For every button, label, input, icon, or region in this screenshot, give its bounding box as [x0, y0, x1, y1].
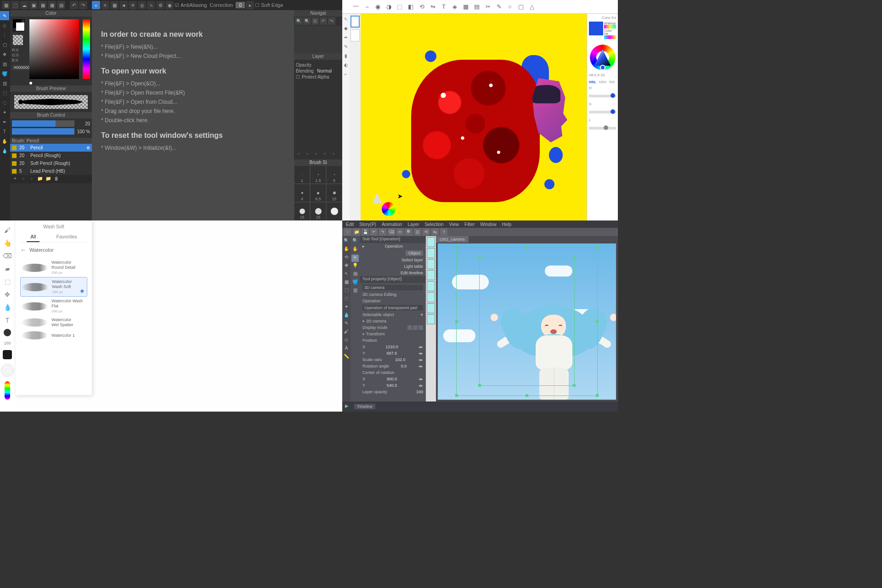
hue-slider[interactable] — [83, 19, 90, 79]
eraser-tool-icon[interactable]: ◇ — [0, 21, 9, 30]
rotate-icon[interactable]: ⟲ — [418, 3, 426, 11]
pos-x-input[interactable]: 1210.0 — [385, 345, 398, 349]
menu-help[interactable]: Help — [502, 222, 512, 227]
sub-zoom-icon[interactable]: 🔍 — [351, 238, 359, 245]
guides-icon[interactable]: ▤ — [473, 3, 481, 11]
panel-icon[interactable]: ▤ — [57, 1, 65, 9]
brush-item[interactable]: Watercolor Round Detail200 px — [20, 258, 87, 277]
eraser-tool-icon[interactable]: ◇ — [343, 337, 350, 344]
zoom-fit-icon[interactable]: ⊡ — [311, 17, 319, 25]
transparency-icon[interactable]: ◐ — [343, 62, 349, 69]
camera-frame-inner[interactable] — [479, 257, 575, 386]
transform-icon[interactable]: ◧ — [407, 3, 415, 11]
dot-tool-icon[interactable]: ⋮ — [0, 30, 9, 40]
sub-move-icon[interactable]: ✋ — [351, 246, 359, 254]
frame-thumb[interactable] — [427, 270, 435, 280]
new-icon[interactable]: ▦ — [2, 1, 10, 9]
settings-icon[interactable]: ⚙ — [156, 1, 164, 9]
menu-animation[interactable]: Animation — [382, 222, 402, 227]
cloud-icon[interactable]: ☁ — [20, 1, 28, 9]
polygon-icon[interactable]: △ — [528, 3, 536, 11]
blending-mode[interactable]: Normal — [317, 68, 332, 74]
artboard-thumb[interactable] — [351, 16, 360, 28]
lasso-tool-icon[interactable]: ◌ — [343, 296, 350, 302]
brush-item[interactable]: Watercolor 1 — [20, 329, 87, 341]
add-brush-icon[interactable]: + — [12, 176, 18, 182]
subtool-light-table[interactable]: Light table — [360, 263, 426, 270]
delete-brush-icon[interactable]: 🗑 — [53, 176, 60, 182]
wand-tool-icon[interactable]: ✦ — [0, 107, 9, 117]
brush-size-cell[interactable]: 6.5 — [310, 184, 326, 202]
grid2-icon[interactable]: ▦ — [110, 1, 119, 9]
grid-icon[interactable]: ▦ — [462, 3, 470, 11]
eraser-icon[interactable]: ⌫ — [3, 252, 11, 260]
pencil-icon[interactable]: ✎ — [343, 44, 349, 51]
merge-layer-icon[interactable]: ▫ — [312, 151, 320, 158]
correction-input[interactable] — [236, 2, 245, 8]
frame-thumb[interactable] — [427, 248, 435, 258]
layer-move-icon[interactable]: ▦ — [343, 279, 350, 286]
fill-icon[interactable]: ▮ — [343, 53, 349, 60]
hue-slider[interactable] — [589, 95, 616, 97]
tab-all[interactable]: All — [27, 232, 40, 242]
size-slider[interactable] — [12, 120, 74, 127]
menu-view[interactable]: View — [449, 222, 459, 227]
redo-icon[interactable]: ↷ — [379, 228, 386, 236]
help-icon[interactable]: ? — [440, 228, 447, 236]
text-icon[interactable]: T — [440, 3, 448, 11]
frame-thumb[interactable] — [427, 303, 435, 313]
hand-tool-icon[interactable]: ✋ — [0, 136, 9, 146]
dup-layer-icon[interactable]: ▫ — [304, 151, 311, 158]
arrow-icon[interactable]: → — [362, 3, 371, 11]
rotation-input[interactable]: 0.0 — [401, 364, 407, 368]
transform-icon[interactable]: ✥ — [3, 290, 11, 299]
text-tool-icon[interactable]: T — [0, 127, 9, 136]
curve-icon[interactable]: ∿ — [147, 1, 155, 9]
fill-tool-icon[interactable]: ▨ — [0, 59, 9, 68]
move-tool-icon[interactable]: ✥ — [343, 263, 350, 269]
subtool-edit-timeline[interactable]: Edit timeline — [360, 270, 426, 276]
canvas[interactable] — [438, 243, 616, 400]
frame-thumb[interactable] — [427, 259, 435, 269]
save-icon[interactable]: 💾 — [362, 228, 369, 236]
hsl-tab[interactable]: HSL — [589, 80, 596, 84]
transparent-swatch[interactable] — [13, 35, 23, 45]
section-2d[interactable]: 2D camera — [362, 318, 423, 324]
delete-layer-icon[interactable]: ▫ — [330, 151, 337, 158]
document-tab[interactable]: c001_camera — [436, 236, 469, 243]
brush-size-cell[interactable]: 15 — [294, 202, 310, 220]
color-wheel[interactable] — [590, 45, 616, 70]
new-brush-icon[interactable]: ▫ — [20, 176, 27, 182]
brush-item[interactable]: Watercolor Wet Spatter — [20, 316, 87, 329]
current-color-swatch[interactable] — [589, 22, 603, 35]
brush-tool-icon[interactable]: 🖌 — [343, 329, 350, 335]
menu-story[interactable]: Story(P) — [359, 222, 376, 227]
sub-fill-icon[interactable]: 🪣 — [351, 279, 359, 287]
ruler-tool-icon[interactable]: 📏 — [343, 354, 350, 360]
menu-filter[interactable]: Filter — [464, 222, 475, 227]
text-tool-icon[interactable]: A — [343, 345, 350, 352]
zoom-tool-icon[interactable]: 🔍 — [343, 238, 350, 244]
brush-icon[interactable]: 〰 — [351, 3, 360, 11]
dup-brush-icon[interactable]: ▫ — [28, 176, 35, 182]
selectable-object[interactable]: Selectable object▾ — [362, 311, 423, 318]
grid-icon[interactable]: ▦ — [39, 1, 47, 9]
brush-item[interactable]: 5Lead Pencil (HB) — [10, 167, 92, 175]
brush-item[interactable]: Watercolor Wash Flat200 px — [20, 297, 87, 316]
gradient-tool-icon[interactable]: ▥ — [0, 79, 9, 88]
center-y-input[interactable]: 540.0 — [387, 383, 397, 388]
zoom-in-icon[interactable]: 🔍 — [295, 17, 302, 25]
snap-icon[interactable]: ◈ — [92, 1, 100, 9]
eyedropper-icon[interactable]: 💧 — [3, 303, 11, 311]
pen-tool-icon[interactable]: ✒ — [0, 117, 9, 126]
sub-timeline-icon[interactable]: ▤ — [351, 271, 359, 278]
brush-tool-icon[interactable]: ✎ — [0, 11, 9, 20]
layout-icon[interactable]: ▦ — [48, 1, 56, 9]
saturation-value-picker[interactable] — [29, 19, 79, 79]
lasso-tool-icon[interactable]: ◌ — [0, 98, 9, 107]
rgb-tab[interactable]: RG — [609, 80, 615, 84]
knife-icon[interactable]: ✂ — [484, 3, 492, 11]
color-slider-thumb[interactable] — [29, 82, 32, 85]
timeline-tab[interactable]: Timeline — [354, 404, 375, 409]
open-icon[interactable]: 📁 — [353, 228, 360, 236]
